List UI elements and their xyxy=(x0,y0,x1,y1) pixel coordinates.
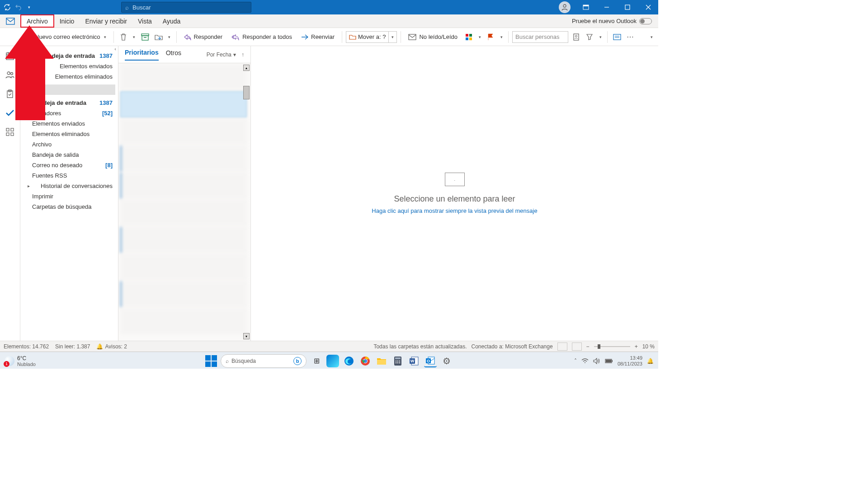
folder-print[interactable]: Imprimir xyxy=(23,191,115,202)
new-outlook-toggle[interactable]: Pruebe el nuevo Outlook xyxy=(572,14,652,28)
start-button[interactable] xyxy=(205,355,217,367)
sort-direction-icon[interactable]: ↑ xyxy=(241,52,244,58)
calendar-nav-icon[interactable] xyxy=(4,50,16,62)
chrome-icon[interactable] xyxy=(359,355,372,367)
folder-archive[interactable]: Archivo xyxy=(23,139,115,150)
folder-sent[interactable]: Elementos enviados xyxy=(23,118,115,129)
status-reminders[interactable]: 🔔Avisos: 2 xyxy=(96,343,127,350)
message-item[interactable] xyxy=(120,200,247,226)
message-item[interactable] xyxy=(120,227,247,253)
global-search[interactable]: ⌕ Buscar xyxy=(121,2,251,13)
maximize-button[interactable] xyxy=(618,0,637,14)
minimize-button[interactable] xyxy=(597,0,617,14)
move-to-box[interactable]: Mover a: ? ▾ xyxy=(346,31,397,43)
close-button[interactable] xyxy=(638,0,658,14)
people-nav-icon[interactable] xyxy=(4,69,16,81)
immersive-reader-button[interactable] xyxy=(611,31,623,43)
sync-icon[interactable] xyxy=(3,3,12,12)
weather-widget[interactable]: 1 6°CNublado xyxy=(5,355,36,367)
copilot-icon[interactable] xyxy=(326,355,339,367)
new-mail-button[interactable]: Nuevo correo electrónico ▾ xyxy=(22,31,110,43)
settings-icon[interactable]: ⚙ xyxy=(440,355,453,367)
tab-ayuda[interactable]: Ayuda xyxy=(157,14,186,28)
archive-button[interactable] xyxy=(139,31,151,43)
account-header[interactable] xyxy=(23,84,115,95)
chevron-down-icon[interactable]: ▾ xyxy=(104,35,106,39)
clock[interactable]: 13:4908/11/2023 xyxy=(618,355,642,367)
message-items[interactable]: ▴ ▾ xyxy=(118,63,250,341)
move-folder-button[interactable] xyxy=(153,31,165,43)
message-item[interactable] xyxy=(120,254,247,280)
undo-icon[interactable] xyxy=(14,3,23,12)
message-item[interactable] xyxy=(120,91,247,117)
collapse-folder-icon[interactable]: ‹ xyxy=(114,46,116,52)
folder-deleted[interactable]: Elementos eliminados xyxy=(23,129,115,139)
folder-outbox[interactable]: Bandeja de salida xyxy=(23,150,115,160)
reading-pane-link[interactable]: Haga clic aquí para mostrar siempre la v… xyxy=(372,207,537,214)
outlook-icon[interactable]: O xyxy=(424,355,437,367)
folder-rss[interactable]: Fuentes RSS xyxy=(23,170,115,181)
delete-dropdown[interactable]: ▾ xyxy=(131,31,137,43)
toggle-switch[interactable] xyxy=(639,18,652,24)
move-to-dropdown[interactable]: ▾ xyxy=(388,32,396,42)
message-item[interactable] xyxy=(120,173,247,199)
message-item[interactable] xyxy=(120,64,247,90)
folder-drafts[interactable]: Borradores[52] xyxy=(23,108,115,118)
sort-dropdown[interactable]: Por Fecha▾↑ xyxy=(207,52,244,58)
zoom-plus[interactable]: + xyxy=(635,343,638,350)
view-normal-icon[interactable] xyxy=(557,343,567,351)
battery-icon[interactable] xyxy=(605,359,613,363)
todo-nav-icon[interactable] xyxy=(4,107,16,119)
edge-icon[interactable] xyxy=(343,355,355,367)
taskbar-search[interactable]: ⌕Búsquedab xyxy=(221,354,307,368)
categorize-dropdown[interactable]: ▾ xyxy=(476,31,483,43)
tab-otros[interactable]: Otros xyxy=(166,49,181,60)
apps-nav-icon[interactable] xyxy=(4,126,16,138)
clipboard-nav-icon[interactable] xyxy=(4,88,16,100)
folder-inbox-fav[interactable]: Bandeja de entrada1387 xyxy=(23,51,115,61)
unread-read-button[interactable]: No leído/Leído xyxy=(405,31,461,43)
task-view-icon[interactable]: ⊞ xyxy=(310,355,323,367)
flag-button[interactable] xyxy=(485,31,496,43)
folder-history[interactable]: ▸Historial de conversaciones xyxy=(23,181,115,191)
folder-search[interactable]: Carpetas de búsqueda xyxy=(23,202,115,212)
zoom-minus[interactable]: − xyxy=(586,343,590,350)
folder-sent-fav[interactable]: Elementos enviados xyxy=(23,61,115,71)
folder-junk[interactable]: Correo no deseado[8] xyxy=(23,160,115,170)
zoom-level[interactable]: 10 % xyxy=(642,343,655,350)
zoom-slider[interactable] xyxy=(594,346,630,347)
wifi-icon[interactable] xyxy=(581,358,589,364)
search-people-input[interactable]: Buscar personas xyxy=(512,31,568,43)
account-avatar[interactable] xyxy=(559,1,571,13)
reply-button[interactable]: Responder xyxy=(180,31,226,43)
scrollbar-thumb[interactable] xyxy=(243,86,250,99)
address-book-button[interactable] xyxy=(570,31,582,43)
mail-module-icon[interactable] xyxy=(6,18,15,25)
calculator-icon[interactable] xyxy=(392,355,404,367)
quick-access-dropdown[interactable]: ▾ xyxy=(24,3,33,12)
message-item[interactable] xyxy=(120,118,247,145)
more-button[interactable]: ⋯ xyxy=(625,31,637,43)
collapse-ribbon-icon[interactable]: ▾ xyxy=(651,35,653,39)
move-folder-dropdown[interactable]: ▾ xyxy=(166,31,173,43)
tab-prioritarios[interactable]: Prioritarios xyxy=(125,49,159,61)
reply-all-button[interactable]: Responder a todos xyxy=(228,31,296,43)
folder-inbox[interactable]: Bandeja de entrada1387 xyxy=(23,98,115,108)
scroll-down-icon[interactable]: ▾ xyxy=(243,333,250,339)
message-item[interactable] xyxy=(120,308,247,334)
notifications-icon[interactable]: 🔔 xyxy=(647,358,654,364)
tab-inicio[interactable]: Inicio xyxy=(54,14,80,28)
filter-button[interactable] xyxy=(584,31,595,43)
ribbon-display-icon[interactable] xyxy=(576,0,596,14)
folder-deleted-fav[interactable]: Elementos eliminados xyxy=(23,71,115,82)
flag-dropdown[interactable]: ▾ xyxy=(498,31,505,43)
delete-button[interactable] xyxy=(118,31,129,43)
categorize-button[interactable] xyxy=(463,31,475,43)
filter-dropdown[interactable]: ▾ xyxy=(597,31,604,43)
tab-enviar-recibir[interactable]: Enviar y recibir xyxy=(80,14,132,28)
forward-button[interactable]: Reenviar xyxy=(297,31,338,43)
message-item[interactable] xyxy=(120,281,247,307)
word-icon[interactable]: W xyxy=(408,355,420,367)
volume-icon[interactable] xyxy=(593,358,600,364)
tab-archivo[interactable]: Archivo xyxy=(20,14,54,28)
